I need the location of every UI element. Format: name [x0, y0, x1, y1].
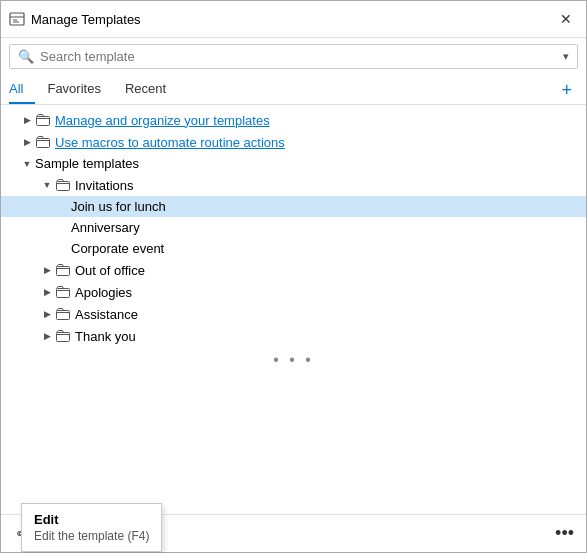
expand-arrow-manage	[21, 114, 33, 126]
list-item[interactable]: Apologies	[1, 281, 586, 303]
tree-area: Manage and organize your templates Use m…	[1, 105, 586, 514]
item-label: Anniversary	[71, 220, 140, 235]
item-label: Invitations	[75, 178, 134, 193]
expand-arrow-assistance	[41, 308, 53, 320]
svg-rect-10	[57, 333, 70, 342]
expand-arrow-thank-you	[41, 330, 53, 342]
more-items-indicator: • • •	[1, 347, 586, 371]
title-bar: Manage Templates ✕	[1, 1, 586, 38]
item-label: Thank you	[75, 329, 136, 344]
item-label: Use macros to automate routine actions	[55, 135, 285, 150]
folder-icon	[55, 306, 71, 322]
expand-arrow-sample	[21, 158, 33, 170]
tab-all[interactable]: All	[9, 75, 35, 104]
folder-icon	[35, 134, 51, 150]
list-item[interactable]: Join us for lunch	[1, 196, 586, 217]
folder-icon	[55, 284, 71, 300]
svg-rect-5	[37, 139, 50, 148]
list-item[interactable]: Thank you	[1, 325, 586, 347]
item-label: Corporate event	[71, 241, 164, 256]
tooltip-title: Edit	[34, 512, 149, 527]
list-item[interactable]: Manage and organize your templates	[1, 109, 586, 131]
item-label: Apologies	[75, 285, 132, 300]
item-label: Join us for lunch	[71, 199, 166, 214]
expand-arrow-invitations	[41, 179, 53, 191]
expand-arrow-out-of-office	[41, 264, 53, 276]
tabs-bar: All Favorites Recent +	[1, 75, 586, 105]
list-item[interactable]: Invitations	[1, 174, 586, 196]
expand-arrow-apologies	[41, 286, 53, 298]
tooltip-description: Edit the template (F4)	[34, 529, 149, 543]
svg-rect-9	[57, 311, 70, 320]
svg-rect-6	[57, 182, 70, 191]
search-dropdown-arrow[interactable]: ▾	[563, 50, 569, 63]
tab-recent[interactable]: Recent	[113, 75, 178, 104]
search-bar: 🔍 ▾	[9, 44, 578, 69]
item-label: Sample templates	[35, 156, 139, 171]
folder-icon	[55, 177, 71, 193]
folder-icon	[35, 112, 51, 128]
list-item[interactable]: Corporate event	[1, 238, 586, 259]
svg-rect-7	[57, 267, 70, 276]
search-input[interactable]	[40, 49, 563, 64]
title-bar-left: Manage Templates	[9, 11, 141, 27]
more-options-button[interactable]: •••	[551, 519, 578, 548]
item-label: Assistance	[75, 307, 138, 322]
window-title: Manage Templates	[31, 12, 141, 27]
item-label: Manage and organize your templates	[55, 113, 270, 128]
folder-icon	[55, 328, 71, 344]
search-icon: 🔍	[18, 49, 34, 64]
list-item[interactable]: Out of office	[1, 259, 586, 281]
list-item[interactable]: Sample templates	[1, 153, 586, 174]
window-icon	[9, 11, 25, 27]
expand-arrow-macros	[21, 136, 33, 148]
list-item[interactable]: Use macros to automate routine actions	[1, 131, 586, 153]
tabs-left: All Favorites Recent	[9, 75, 178, 104]
add-template-button[interactable]: +	[555, 77, 578, 103]
tooltip-box: Edit Edit the template (F4)	[21, 503, 162, 552]
close-button[interactable]: ✕	[554, 7, 578, 31]
item-label: Out of office	[75, 263, 145, 278]
folder-icon	[55, 262, 71, 278]
svg-rect-0	[10, 13, 24, 25]
svg-rect-4	[37, 117, 50, 126]
list-item[interactable]: Anniversary	[1, 217, 586, 238]
list-item[interactable]: Assistance	[1, 303, 586, 325]
manage-templates-window: Manage Templates ✕ 🔍 ▾ All Favorites Rec…	[0, 0, 587, 553]
svg-rect-8	[57, 289, 70, 298]
tab-favorites[interactable]: Favorites	[35, 75, 112, 104]
toolbar-right: •••	[551, 519, 578, 548]
